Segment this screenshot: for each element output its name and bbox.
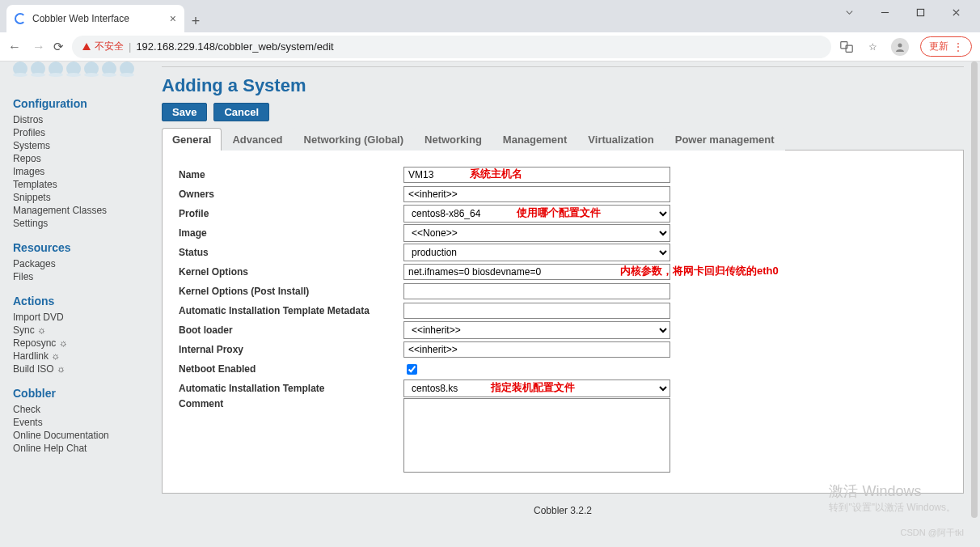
sidebar-section-header: Configuration bbox=[13, 97, 149, 110]
profile-avatar-icon[interactable] bbox=[891, 38, 909, 56]
sidebar-item[interactable]: Check bbox=[13, 403, 149, 416]
comment-textarea[interactable] bbox=[403, 398, 670, 473]
expand-chevron-icon[interactable] bbox=[831, 0, 867, 24]
sidebar-item[interactable]: Packages bbox=[13, 257, 149, 270]
boot-loader-select[interactable]: <<inherit>> bbox=[403, 321, 670, 339]
label-autoinstall-template: Automatic Installation Template bbox=[177, 383, 403, 394]
form-tab[interactable]: Networking (Global) bbox=[294, 128, 415, 151]
form-tab[interactable]: Management bbox=[492, 128, 577, 151]
update-button[interactable]: 更新 ⋮ bbox=[920, 36, 972, 57]
sidebar-section-header: Actions bbox=[13, 295, 149, 307]
sidebar-item[interactable]: Snippets bbox=[13, 191, 149, 204]
label-autoinstall-meta: Automatic Installation Template Metadata bbox=[177, 305, 403, 316]
name-input[interactable] bbox=[403, 167, 670, 183]
footer-version: Cobbler 3.2.2 bbox=[162, 494, 964, 534]
form-tab[interactable]: Virtualization bbox=[577, 128, 664, 151]
sidebar-item[interactable]: Templates bbox=[13, 178, 149, 191]
svg-rect-1 bbox=[917, 9, 923, 15]
bookmark-star-icon[interactable]: ☆ bbox=[865, 40, 880, 54]
autoinstall-template-select[interactable]: centos8.ks bbox=[403, 380, 670, 397]
form-panel: Name 系统主机名 Owners Profile centos8-x86_64… bbox=[162, 151, 964, 494]
close-window-icon[interactable] bbox=[938, 0, 974, 24]
translate-icon[interactable] bbox=[839, 40, 854, 54]
form-tab[interactable]: General bbox=[162, 128, 222, 151]
browser-tab-strip: Cobbler Web Interface × + bbox=[0, 0, 980, 32]
new-tab-button[interactable]: + bbox=[184, 10, 207, 32]
kernel-options-input[interactable] bbox=[403, 264, 670, 280]
profile-select[interactable]: centos8-x86_64 bbox=[403, 205, 670, 223]
sidebar-section-header: Resources bbox=[13, 241, 149, 254]
sidebar-item[interactable]: Hardlink ☼ bbox=[13, 350, 149, 363]
url-text: 192.168.229.148/cobbler_web/system/edit bbox=[136, 40, 333, 53]
kernel-options-post-input[interactable] bbox=[403, 283, 670, 299]
sidebar-item[interactable]: Systems bbox=[13, 139, 149, 152]
address-bar[interactable]: 不安全 | 192.168.229.148/cobbler_web/system… bbox=[72, 36, 831, 58]
form-tab[interactable]: Power management bbox=[665, 128, 785, 151]
label-name: Name bbox=[177, 169, 403, 180]
maximize-icon[interactable] bbox=[902, 0, 938, 24]
autoinstall-meta-input[interactable] bbox=[403, 303, 670, 319]
browser-tab[interactable]: Cobbler Web Interface × bbox=[6, 5, 184, 32]
close-tab-icon[interactable]: × bbox=[170, 12, 176, 25]
save-button[interactable]: Save bbox=[162, 103, 207, 121]
sidebar: ConfigurationDistrosProfilesSystemsRepos… bbox=[0, 61, 162, 547]
image-select[interactable]: <<None>> bbox=[403, 224, 670, 242]
forward-button[interactable]: → bbox=[32, 40, 45, 54]
tab-title: Cobbler Web Interface bbox=[32, 13, 129, 24]
netboot-enabled-checkbox[interactable] bbox=[407, 364, 417, 375]
label-kernel-options: Kernel Options bbox=[177, 266, 403, 278]
sidebar-item[interactable]: Events bbox=[13, 416, 149, 429]
label-internal-proxy: Internal Proxy bbox=[177, 344, 403, 355]
tab-bar: GeneralAdvancedNetworking (Global)Networ… bbox=[162, 128, 964, 151]
sidebar-item[interactable]: Files bbox=[13, 270, 149, 283]
label-boot-loader: Boot loader bbox=[177, 324, 403, 336]
site-favicon bbox=[15, 13, 26, 24]
sidebar-item[interactable]: Sync ☼ bbox=[13, 324, 149, 337]
page-title: Adding a System bbox=[162, 75, 964, 96]
sidebar-item[interactable]: Management Classes bbox=[13, 204, 149, 217]
browser-toolbar: ← → ⟳ 不安全 | 192.168.229.148/cobbler_web/… bbox=[0, 32, 980, 61]
svg-point-6 bbox=[898, 43, 902, 47]
cancel-button[interactable]: Cancel bbox=[213, 103, 269, 121]
reload-button[interactable]: ⟳ bbox=[53, 40, 64, 54]
label-image: Image bbox=[177, 227, 403, 239]
cobbler-logo bbox=[13, 61, 149, 86]
sidebar-item[interactable]: Repos bbox=[13, 152, 149, 165]
sidebar-item[interactable]: Online Documentation bbox=[13, 429, 149, 442]
label-owners: Owners bbox=[177, 189, 403, 200]
sidebar-item[interactable]: Online Help Chat bbox=[13, 442, 149, 455]
form-tab[interactable]: Advanced bbox=[222, 128, 293, 151]
sidebar-item[interactable]: Build ISO ☼ bbox=[13, 363, 149, 375]
label-kernel-options-post: Kernel Options (Post Install) bbox=[177, 286, 403, 297]
insecure-badge: 不安全 bbox=[82, 40, 124, 53]
owners-input[interactable] bbox=[403, 186, 670, 202]
status-select[interactable]: production bbox=[403, 244, 670, 261]
kebab-menu-icon: ⋮ bbox=[953, 41, 963, 53]
sidebar-section-header: Cobbler bbox=[13, 387, 149, 400]
sidebar-item[interactable]: Images bbox=[13, 165, 149, 178]
sidebar-item[interactable]: Reposync ☼ bbox=[13, 337, 149, 350]
sidebar-item[interactable]: Profiles bbox=[13, 126, 149, 139]
main-content: Adding a System Save Cancel GeneralAdvan… bbox=[162, 61, 980, 547]
back-button[interactable]: ← bbox=[8, 40, 21, 54]
window-controls bbox=[831, 0, 974, 24]
form-tab[interactable]: Networking bbox=[414, 128, 492, 151]
minimize-icon[interactable] bbox=[867, 0, 902, 24]
sidebar-item[interactable]: Settings bbox=[13, 217, 149, 230]
label-netboot-enabled: Netboot Enabled bbox=[177, 363, 403, 375]
label-profile: Profile bbox=[177, 208, 403, 219]
sidebar-item[interactable]: Import DVD bbox=[13, 311, 149, 324]
label-comment: Comment bbox=[177, 398, 403, 409]
sidebar-item[interactable]: Distros bbox=[13, 113, 149, 126]
internal-proxy-input[interactable] bbox=[403, 341, 670, 358]
label-status: Status bbox=[177, 247, 403, 258]
